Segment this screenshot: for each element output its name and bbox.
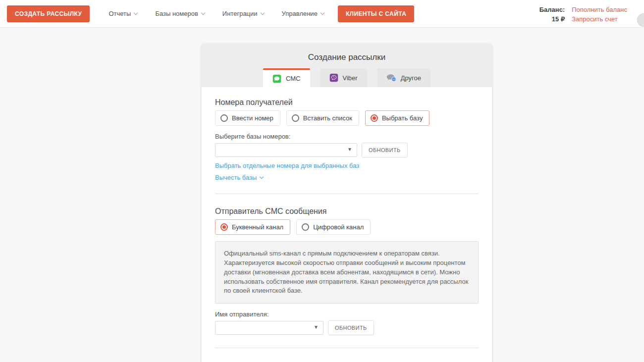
balance-label: Баланс: bbox=[539, 5, 565, 14]
channel-description-box: Официальный sms-канал с прямым подключен… bbox=[215, 241, 479, 304]
section-divider bbox=[215, 194, 479, 194]
tab-sms[interactable]: СМС bbox=[263, 68, 310, 87]
balance-links: Пополнить баланс Запросить счет bbox=[572, 5, 627, 24]
balance-block: Баланс: 15 ₽ Пополнить баланс Запросить … bbox=[539, 5, 627, 24]
tab-other-label: Другое bbox=[401, 74, 421, 82]
sender-name-row: ▼ ОБНОВИТЬ bbox=[215, 320, 479, 335]
menu-reports[interactable]: Отчеты bbox=[108, 10, 137, 17]
help-widget-button[interactable] bbox=[637, 13, 644, 27]
menu-integrations-label: Интеграции bbox=[222, 10, 258, 17]
radio-choose-base-label: Выбрать базу bbox=[382, 114, 423, 122]
main-menu: Отчеты Базы номеров Интеграции Управлени… bbox=[108, 10, 323, 17]
sender-heading: Отправитель СМС сообщения bbox=[215, 207, 479, 216]
radio-circle-icon bbox=[220, 114, 228, 122]
radio-circle-icon bbox=[302, 223, 309, 231]
site-clients-button[interactable]: КЛИЕНТЫ С САЙТА bbox=[338, 5, 414, 22]
chevron-down-icon bbox=[201, 11, 205, 15]
refresh-bases-button[interactable]: ОБНОВИТЬ bbox=[362, 143, 408, 157]
bases-select[interactable]: ▼ bbox=[215, 143, 357, 157]
sender-name-label: Имя отправителя: bbox=[215, 310, 479, 318]
other-chat-icon bbox=[386, 74, 396, 82]
bases-select-row: ▼ ОБНОВИТЬ bbox=[215, 143, 479, 157]
menu-number-bases-label: Базы номеров bbox=[155, 10, 198, 17]
chevron-down-icon bbox=[260, 175, 264, 179]
card-header: Создание рассылки СМС bbox=[202, 44, 492, 87]
bases-select-label: Выберите базы номеров: bbox=[215, 133, 479, 140]
radio-digital-channel-label: Цифровой канал bbox=[313, 223, 364, 231]
menu-management[interactable]: Управление bbox=[282, 10, 324, 17]
campaign-creation-card: Создание рассылки СМС bbox=[202, 44, 492, 362]
caret-down-icon: ▼ bbox=[314, 325, 319, 330]
sms-icon bbox=[272, 74, 281, 83]
top-up-balance-link[interactable]: Пополнить баланс bbox=[572, 5, 627, 14]
radio-paste-list[interactable]: Вставить список bbox=[286, 110, 359, 126]
recipients-source-options: Ввести номер Вставить список Выбрать баз… bbox=[215, 110, 479, 126]
card-body: Номера получателей Ввести номер Вставить… bbox=[202, 87, 492, 362]
radio-circle-icon bbox=[292, 114, 299, 122]
page-title: Создание рассылки bbox=[202, 52, 492, 62]
menu-reports-label: Отчеты bbox=[108, 10, 131, 17]
sender-channel-options: Буквенный канал Цифровой канал bbox=[215, 219, 479, 235]
radio-choose-base[interactable]: Выбрать базу bbox=[365, 110, 430, 126]
tab-viber-label: Viber bbox=[343, 74, 358, 82]
radio-enter-number-label: Ввести номер bbox=[232, 114, 273, 122]
radio-circle-icon bbox=[371, 114, 378, 122]
chevron-down-icon bbox=[260, 11, 264, 15]
balance-value: 15 ₽ bbox=[539, 14, 565, 24]
request-invoice-link[interactable]: Запросить счет bbox=[572, 14, 627, 24]
menu-number-bases[interactable]: Базы номеров bbox=[155, 10, 204, 17]
radio-enter-number[interactable]: Ввести номер bbox=[215, 110, 280, 126]
radio-circle-icon bbox=[220, 223, 228, 231]
tab-sms-label: СМС bbox=[286, 75, 300, 82]
section-divider bbox=[215, 348, 479, 348]
menu-integrations[interactable]: Интеграции bbox=[222, 10, 264, 17]
subtract-bases-link-label: Вычесть базы bbox=[215, 174, 257, 181]
chevron-down-icon bbox=[134, 11, 138, 15]
recipients-links: Выбрать отдельные номера для выбранных б… bbox=[215, 157, 479, 181]
radio-paste-list-label: Вставить список bbox=[303, 114, 352, 122]
radio-letter-channel-label: Буквенный канал bbox=[232, 223, 283, 231]
create-campaign-button[interactable]: СОЗДАТЬ РАССЫЛКУ bbox=[7, 5, 90, 22]
radio-letter-channel[interactable]: Буквенный канал bbox=[215, 219, 290, 235]
select-individual-numbers-link[interactable]: Выбрать отдельные номера для выбранных б… bbox=[215, 162, 359, 169]
refresh-sender-button[interactable]: ОБНОВИТЬ bbox=[328, 320, 374, 335]
chevron-down-icon bbox=[321, 11, 324, 15]
viber-icon bbox=[329, 73, 338, 82]
balance-info: Баланс: 15 ₽ bbox=[539, 5, 565, 24]
recipients-heading: Номера получателей bbox=[215, 98, 479, 107]
channel-tabs: СМС Viber bbox=[202, 68, 492, 87]
top-navigation-bar: СОЗДАТЬ РАССЫЛКУ Отчеты Базы номеров Инт… bbox=[0, 0, 644, 28]
tab-other[interactable]: Другое bbox=[377, 68, 430, 87]
radio-digital-channel[interactable]: Цифровой канал bbox=[296, 219, 371, 235]
menu-management-label: Управление bbox=[282, 10, 318, 17]
sender-name-select[interactable]: ▼ bbox=[215, 321, 323, 335]
tab-viber[interactable]: Viber bbox=[320, 68, 367, 87]
subtract-bases-link[interactable]: Вычесть базы bbox=[215, 174, 263, 181]
caret-down-icon: ▼ bbox=[347, 147, 352, 152]
